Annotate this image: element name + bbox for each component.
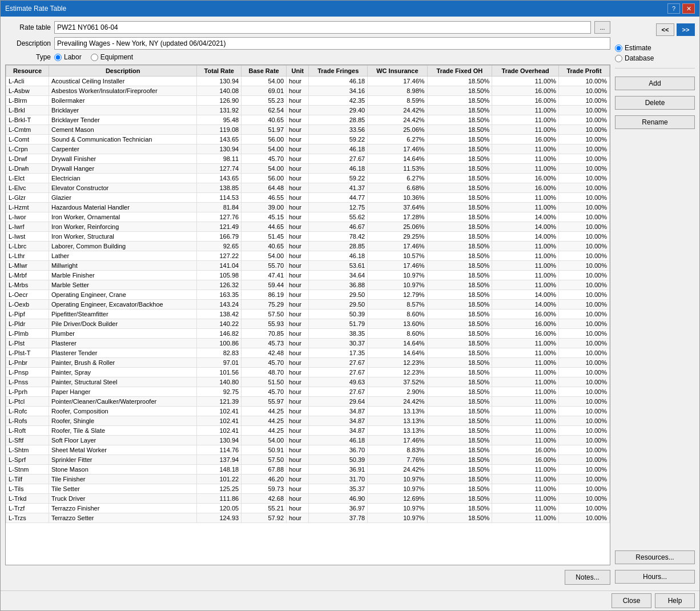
table-row[interactable]: L-PnssPainter, Structural Steel140.8051.… [6,377,610,387]
cell-1-1: Asbestos Worker/Insulator/Fireproofer [49,86,196,96]
cell-23-5: 29.50 [309,300,368,309]
table-row[interactable]: L-AsbwAsbestos Worker/Insulator/Fireproo… [6,86,610,96]
table-row[interactable]: L-OexbOperating Engineer, Excavator/Back… [6,300,610,309]
cell-13-9: 10.00% [559,203,610,212]
table-row[interactable]: L-TilsTile Setter125.2559.73hour35.3710.… [6,484,610,494]
title-bar: Estimate Rate Table ? ✕ [1,1,699,17]
cell-28-9: 10.00% [559,348,610,358]
table-row[interactable]: L-PprhPaper Hanger92.7545.70hour27.672.9… [6,387,610,397]
database-radio[interactable] [615,55,622,62]
table-row[interactable]: L-MrbsMarble Setter126.3259.44hour36.881… [6,280,610,290]
table-row[interactable]: L-MrbfMarble Finisher105.9847.41hour34.6… [6,271,610,280]
prev-button[interactable]: << [656,23,674,36]
table-row[interactable]: L-IwrfIron Worker, Reinforcing121.4944.6… [6,222,610,232]
cell-13-0: L-Hzmt [6,203,49,212]
table-row[interactable]: L-BlrmBoilermaker126.9055.23hour42.358.5… [6,96,610,106]
table-row[interactable]: L-PipfPipefitter/Steamfitter138.4257.50h… [6,309,610,319]
cell-21-2: 126.32 [197,280,242,290]
help-title-button[interactable]: ? [667,3,680,14]
table-row[interactable]: L-ShtmSheet Metal Worker114.7650.91hour3… [6,445,610,455]
table-row[interactable]: L-AcliAcoustical Ceiling Installer130.94… [6,77,610,86]
table-row[interactable]: L-Brkl-TBricklayer Tender95.4840.65hour2… [6,115,610,125]
table-row[interactable]: L-StnmStone Mason148.1867.88hour36.9124.… [6,465,610,475]
table-row[interactable]: L-IwstIron Worker, Structural166.7951.45… [6,232,610,242]
table-row[interactable]: L-BrklBricklayer131.9262.54hour29.4024.4… [6,106,610,115]
resources-button[interactable]: Resources... [615,550,695,564]
browse-button[interactable]: ... [594,21,610,34]
table-row[interactable]: L-SprfSprinkler Fitter137.9457.50hour50.… [6,455,610,465]
table-row[interactable]: L-CrpnCarpenter130.9454.00hour46.1817.46… [6,144,610,154]
table-row[interactable]: L-PlstPlasterer100.8645.73hour30.3714.64… [6,339,610,348]
cell-23-7: 18.50% [427,300,492,309]
table-row[interactable]: L-PnbrPainter, Brush & Roller97.0145.70h… [6,358,610,368]
cell-42-2: 125.25 [197,484,242,494]
table-row[interactable]: L-LthrLather127.2254.00hour46.1810.57%18… [6,251,610,261]
description-input[interactable] [54,37,610,50]
equipment-radio[interactable] [91,54,98,61]
cell-39-2: 137.94 [197,455,242,465]
table-row[interactable]: L-DrwfDrywall Finisher98.1145.70hour27.6… [6,154,610,164]
close-title-button[interactable]: ✕ [682,3,695,14]
table-row[interactable]: L-PnspPainter, Spray101.5648.70hour27.67… [6,368,610,377]
hours-button[interactable]: Hours... [615,570,695,584]
cell-12-7: 18.50% [427,193,492,203]
table-row[interactable]: L-RoftRoofer, Tile & Slate102.4144.25hou… [6,426,610,436]
table-row[interactable]: L-HzmtHazardous Material Handler81.8439.… [6,203,610,212]
rename-button[interactable]: Rename [615,115,695,129]
cell-3-7: 18.50% [427,106,492,115]
table-row[interactable]: L-IworIron Worker, Ornamental127.7645.15… [6,212,610,222]
cell-29-5: 27.67 [309,358,368,368]
table-row[interactable]: L-LbrcLaborer, Common Building92.6540.65… [6,242,610,251]
table-row[interactable]: L-TrzfTerrazzo Finisher120.0555.21hour36… [6,504,610,513]
cell-34-9: 10.00% [559,407,610,416]
table-row[interactable]: L-Plst-TPlasterer Tender82.8342.48hour17… [6,348,610,358]
cell-25-9: 10.00% [559,319,610,329]
table-row[interactable]: L-ComtSound & Communication Technician14… [6,135,610,144]
table-row[interactable]: L-TrzsTerrazzo Setter124.9357.92hour37.7… [6,513,610,523]
delete-button[interactable]: Delete [615,96,695,110]
cell-18-5: 46.18 [309,251,368,261]
table-row[interactable]: L-OecrOperating Engineer, Crane163.3586.… [6,290,610,300]
table-row[interactable]: L-ElvcElevator Constructor138.8564.48hou… [6,183,610,193]
table-row[interactable]: L-RofcRoofer, Composition102.4144.25hour… [6,407,610,416]
cell-19-2: 141.04 [197,261,242,271]
table-row[interactable]: L-GlzrGlazier114.5346.55hour44.7710.36%1… [6,193,610,203]
cell-38-5: 36.70 [309,445,368,455]
main-window: Estimate Rate Table ? ✕ Rate table ... D… [0,0,700,611]
equipment-radio-label[interactable]: Equipment [91,53,133,61]
rate-table-container[interactable]: Resource Description Total Rate Base Rat… [5,65,610,565]
estimate-radio-label[interactable]: Estimate [615,44,695,52]
cell-2-1: Boilermaker [49,96,196,106]
labor-radio-label[interactable]: Labor [54,53,82,61]
table-row[interactable]: L-MlwrMillwright141.0455.70hour53.6117.4… [6,261,610,271]
labor-radio[interactable] [54,54,62,61]
table-row[interactable]: L-PtclPointer/Cleaner/Caulker/Waterproof… [6,397,610,407]
cell-23-0: L-Oexb [6,300,49,309]
cell-7-9: 10.00% [559,144,610,154]
database-radio-label[interactable]: Database [615,54,695,62]
table-row[interactable]: L-PlmbPlumber146.8270.85hour38.358.60%18… [6,329,610,339]
table-row[interactable]: L-RofsRoofer, Shingle102.4144.25hour34.8… [6,416,610,426]
close-button[interactable]: Close [612,593,651,608]
table-row[interactable]: L-TrkdTruck Driver111.8642.68hour46.9012… [6,494,610,504]
table-row[interactable]: L-TilfTile Finisher101.2246.20hour31.701… [6,475,610,484]
cell-36-7: 18.50% [427,426,492,436]
cell-17-8: 11.00% [492,242,559,251]
table-row[interactable]: L-ElctElectrician143.6556.00hour59.226.2… [6,174,610,183]
rate-table-input[interactable] [54,21,591,34]
cell-25-5: 51.79 [309,319,368,329]
cell-33-6: 24.42% [368,397,427,407]
cell-43-8: 11.00% [492,494,559,504]
equipment-label: Equipment [100,53,133,61]
table-row[interactable]: L-DrwhDrywall Hanger127.7454.00hour46.18… [6,164,610,174]
cell-25-7: 18.50% [427,319,492,329]
cell-17-2: 92.65 [197,242,242,251]
estimate-radio[interactable] [615,45,622,52]
add-button[interactable]: Add [615,77,695,90]
notes-button[interactable]: Notes... [565,570,610,585]
table-row[interactable]: L-PldrPile Driver/Dock Builder140.2255.9… [6,319,610,329]
help-button[interactable]: Help [655,593,695,608]
table-row[interactable]: L-CmtmCement Mason119.0851.97hour33.5625… [6,125,610,135]
table-row[interactable]: L-SftfSoft Floor Layer130.9454.00hour46.… [6,436,610,445]
next-button[interactable]: >> [677,23,695,36]
